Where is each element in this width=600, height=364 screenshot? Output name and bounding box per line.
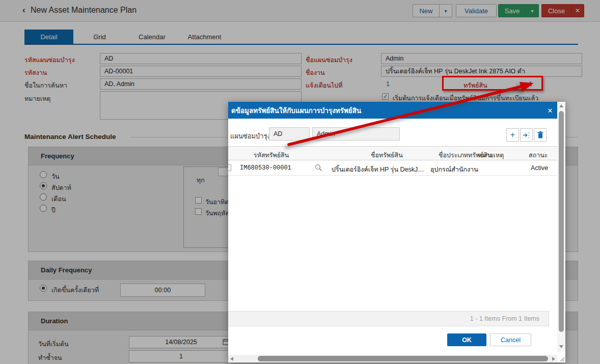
scroll-up-icon[interactable] <box>559 104 563 107</box>
col-asset-code: รหัสทรัพย์สิน <box>254 150 289 160</box>
row-asset-type: อุปกรณ์สำนักงาน <box>430 164 478 175</box>
vertical-scrollbar[interactable] <box>557 102 565 352</box>
resize-grip-icon[interactable] <box>558 355 565 362</box>
search-icon[interactable] <box>315 164 322 173</box>
row-asset-name: ปริ้นเตอร์อิงค์เจ็ท HP รุ่น DeskJet Ink … <box>332 164 427 175</box>
assign-asset-modal: ดข้อมูลทรัพย์สินให้กับแผนการบำรุงทรัพย์ส… <box>228 102 565 362</box>
scroll-right-icon[interactable] <box>552 357 555 361</box>
items-count-text: 1 - 1 Items From 1 Items <box>470 315 539 322</box>
annotation-highlight-box <box>442 76 543 91</box>
modal-table-header: รหัสทรัพย์สิน ชื่อทรัพย์สิน ชื่อประเภททร… <box>228 146 557 160</box>
modal-title: ดข้อมูลทรัพย์สินให้กับแผนการบำรุงทรัพย์ส… <box>231 105 361 116</box>
row-asset-code: IM680530-00001 <box>240 164 291 172</box>
pagination-info: 1 - 1 Items From 1 Items <box>228 311 549 326</box>
asset-maintenance-plan-page: ‹ New Asset Maintenance Plan New ▾ Valid… <box>0 0 600 364</box>
table-row[interactable]: IM680530-00001 ปริ้นเตอร์อิงค์เจ็ท HP รุ… <box>228 160 557 176</box>
col-status: สถานะ <box>529 150 548 160</box>
scroll-left-icon[interactable] <box>230 357 233 361</box>
delete-row-button[interactable] <box>534 128 547 142</box>
col-asset-name: ชื่อทรัพย์สิน <box>371 150 403 160</box>
modal-close-icon[interactable]: ✕ <box>545 105 555 116</box>
ok-button[interactable]: OK <box>447 333 486 346</box>
modal-plan-label: แผนซ่อมบำรุง <box>230 131 270 142</box>
trash-icon <box>537 131 543 138</box>
modal-titlebar: ดข้อมูลทรัพย์สินให้กับแผนการบำรุงทรัพย์ส… <box>228 102 557 119</box>
col-note: หมายเหตุ <box>478 150 504 160</box>
row-checkbox[interactable] <box>228 164 231 171</box>
cancel-button[interactable]: Cancel <box>490 333 531 346</box>
horizontal-scroll-thumb[interactable] <box>258 356 548 361</box>
scroll-down-icon[interactable] <box>559 345 563 348</box>
vertical-scroll-thumb[interactable] <box>559 111 564 332</box>
horizontal-scrollbar[interactable] <box>228 355 557 362</box>
assign-icon <box>523 132 530 138</box>
assign-asset-button[interactable] <box>520 128 533 142</box>
add-row-button[interactable]: + <box>506 128 519 142</box>
modal-plan-name-field: Admin <box>312 127 400 141</box>
row-status: Active <box>531 164 548 172</box>
modal-plan-code-field: AD <box>269 127 310 141</box>
plus-icon: + <box>510 130 515 139</box>
